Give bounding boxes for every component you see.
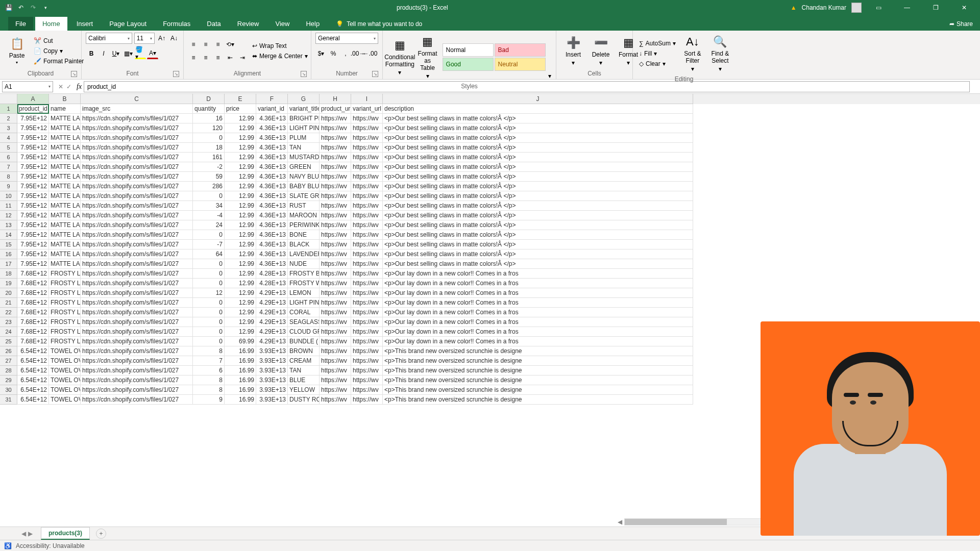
cell[interactable]: 7.95E+12: [17, 123, 49, 133]
ribbon-options-icon[interactable]: ▭: [867, 0, 890, 15]
cell[interactable]: https://wv: [351, 162, 383, 172]
cell[interactable]: 7.95E+12: [17, 153, 49, 162]
cell[interactable]: FROSTY BR: [288, 269, 320, 279]
cell[interactable]: 7.95E+12: [17, 162, 49, 172]
cell[interactable]: <p>This brand new oversized scrunchie is…: [383, 356, 693, 366]
cell[interactable]: https://wv: [351, 201, 383, 211]
cell[interactable]: <p>Our best selling claws in matte color…: [383, 191, 693, 201]
cell[interactable]: 12.99: [225, 123, 256, 133]
cell[interactable]: https://cdn.shopify.com/s/files/1/027: [81, 133, 193, 143]
cell[interactable]: 8: [193, 385, 225, 395]
row-header[interactable]: 20: [0, 288, 17, 298]
cell[interactable]: 7.95E+12: [17, 211, 49, 220]
cell[interactable]: 6.54E+12: [17, 395, 49, 405]
insert-cells-button[interactable]: ➕Insert▾: [560, 34, 586, 68]
cell[interactable]: TAN: [288, 143, 320, 153]
cell[interactable]: FROSTY LA: [49, 288, 81, 298]
sort-filter-button[interactable]: A↓Sort & Filter▾: [680, 33, 705, 74]
clear-button[interactable]: ◇Clear ▾: [637, 59, 678, 68]
cell[interactable]: LIGHT PIN: [288, 298, 320, 308]
cell[interactable]: 4.29E+13: [256, 308, 288, 317]
align-center-icon[interactable]: ≡: [200, 52, 211, 63]
scroll-left-icon[interactable]: ◀: [616, 518, 624, 525]
row-header[interactable]: 21: [0, 298, 17, 308]
styles-more-icon[interactable]: ▾: [548, 70, 552, 82]
row-header[interactable]: 13: [0, 220, 17, 230]
cell[interactable]: https://wv: [351, 337, 383, 346]
cell[interactable]: <p>This brand new oversized scrunchie is…: [383, 366, 693, 375]
borders-button[interactable]: ▦▾: [122, 48, 134, 59]
row-header[interactable]: 2: [0, 114, 17, 123]
cell[interactable]: 12.99: [225, 172, 256, 182]
cell[interactable]: 4.29E+13: [256, 298, 288, 308]
row-header[interactable]: 1: [0, 104, 17, 114]
cell[interactable]: MATTE LA: [49, 172, 81, 182]
cell[interactable]: https://cdn.shopify.com/s/files/1/027: [81, 201, 193, 211]
cell[interactable]: 12.99: [225, 298, 256, 308]
cell[interactable]: MATTE LA: [49, 182, 81, 191]
cell[interactable]: 8: [193, 375, 225, 385]
cell[interactable]: https://wv: [320, 317, 351, 327]
cell[interactable]: 12.99: [225, 114, 256, 123]
column-header[interactable]: B: [49, 94, 81, 104]
cell[interactable]: 4.36E+13: [256, 240, 288, 249]
cell[interactable]: https://wv: [351, 153, 383, 162]
cell[interactable]: 7.68E+12: [17, 298, 49, 308]
cell[interactable]: https://cdn.shopify.com/s/files/1/027: [81, 317, 193, 327]
cell[interactable]: 0: [193, 279, 225, 288]
cell[interactable]: <p>Our best selling claws in matte color…: [383, 230, 693, 240]
cell[interactable]: https://wv: [320, 201, 351, 211]
cell[interactable]: https://wv: [320, 327, 351, 337]
cell[interactable]: YELLOW: [288, 385, 320, 395]
cell[interactable]: https://wv: [351, 269, 383, 279]
cell[interactable]: 12.99: [225, 230, 256, 240]
cell[interactable]: 7.95E+12: [17, 240, 49, 249]
cell[interactable]: https://wv: [351, 288, 383, 298]
cell[interactable]: 4.36E+13: [256, 143, 288, 153]
cell[interactable]: 12.99: [225, 288, 256, 298]
name-box[interactable]: A1▾: [2, 81, 53, 92]
cell[interactable]: https://cdn.shopify.com/s/files/1/027: [81, 230, 193, 240]
cell[interactable]: 7.95E+12: [17, 201, 49, 211]
cell[interactable]: MATTE LA: [49, 240, 81, 249]
cell[interactable]: https://wv: [320, 172, 351, 182]
cut-button[interactable]: ✂️Cut: [32, 36, 86, 45]
tell-me-search[interactable]: 💡 Tell me what you want to do: [329, 17, 429, 31]
cell[interactable]: 7.95E+12: [17, 182, 49, 191]
cell[interactable]: 7.95E+12: [17, 249, 49, 259]
cell[interactable]: FROSTY LA: [49, 308, 81, 317]
row-header[interactable]: 28: [0, 366, 17, 375]
cell[interactable]: 12.99: [225, 269, 256, 279]
row-header[interactable]: 24: [0, 327, 17, 337]
row-header[interactable]: 27: [0, 356, 17, 366]
cell[interactable]: <p>Our best selling claws in matte color…: [383, 211, 693, 220]
cell[interactable]: https://cdn.shopify.com/s/files/1/027: [81, 356, 193, 366]
cell[interactable]: 4.36E+13: [256, 153, 288, 162]
add-sheet-button[interactable]: +: [96, 529, 106, 539]
tab-review[interactable]: Review: [230, 17, 266, 31]
cell[interactable]: https://cdn.shopify.com/s/files/1/027: [81, 375, 193, 385]
style-normal[interactable]: Normal: [443, 43, 494, 57]
cell[interactable]: LEMON: [288, 288, 320, 298]
save-icon[interactable]: 💾: [4, 3, 13, 12]
cell[interactable]: <p>Our lay down in a new color!! Comes i…: [383, 327, 693, 337]
cell[interactable]: https://wv: [320, 143, 351, 153]
style-bad[interactable]: Bad: [495, 43, 546, 57]
row-header[interactable]: 23: [0, 317, 17, 327]
cell[interactable]: 286: [193, 182, 225, 191]
conditional-formatting-button[interactable]: ▦Conditional Formatting▾: [387, 36, 413, 78]
row-header[interactable]: 30: [0, 385, 17, 395]
cell[interactable]: 4.28E+13: [256, 279, 288, 288]
cell[interactable]: 7.95E+12: [17, 220, 49, 230]
cell[interactable]: 7.68E+12: [17, 269, 49, 279]
cell[interactable]: https://wv: [320, 249, 351, 259]
cell[interactable]: https://cdn.shopify.com/s/files/1/027: [81, 346, 193, 356]
cell[interactable]: <p>Our best selling claws in matte color…: [383, 220, 693, 230]
cell[interactable]: MAROON: [288, 211, 320, 220]
decrease-decimal-icon[interactable]: ←.00: [364, 48, 376, 59]
cell[interactable]: 7.68E+12: [17, 327, 49, 337]
redo-icon[interactable]: ↷: [29, 3, 38, 12]
cell[interactable]: 0: [193, 259, 225, 269]
cell[interactable]: quantity: [193, 104, 225, 114]
number-format-combo[interactable]: General▾: [315, 33, 378, 44]
